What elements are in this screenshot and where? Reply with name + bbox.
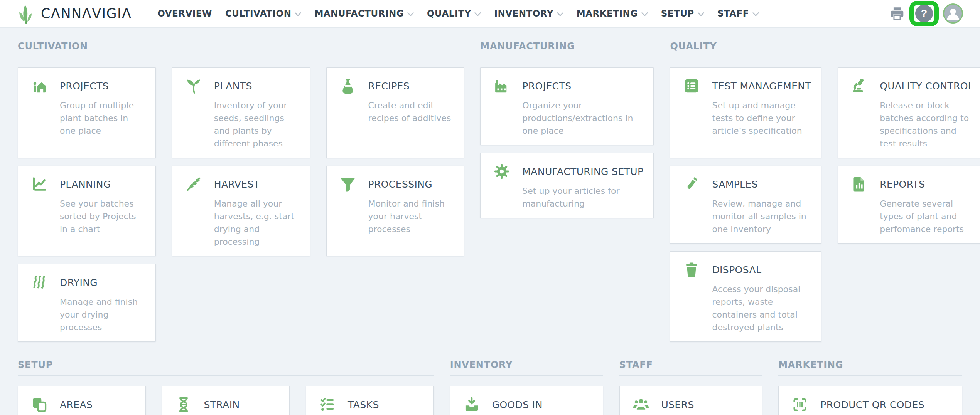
card-title: DISPOSAL bbox=[712, 264, 811, 276]
report-chart-icon bbox=[850, 175, 880, 193]
card-quality-samples[interactable]: SAMPLESReview, manage and monitor all sa… bbox=[670, 166, 821, 244]
seedling-icon bbox=[185, 77, 214, 95]
nav-item-label: MARKETING bbox=[577, 8, 638, 18]
chevron-down-icon bbox=[752, 11, 759, 17]
chevron-down-icon bbox=[557, 11, 563, 17]
account-button[interactable] bbox=[943, 3, 963, 24]
card-description: Organize your productions/extractions in… bbox=[522, 99, 643, 137]
card-cultivation-plants[interactable]: PLANTSInventory of your seeds, seedlings… bbox=[172, 67, 310, 158]
card-manufacturing-manufacturing-setup[interactable]: MANUFACTURING SETUPSet up your articles … bbox=[480, 153, 654, 218]
help-button[interactable]: ? bbox=[915, 5, 933, 22]
nav-item-staff[interactable]: STAFF bbox=[712, 5, 765, 22]
card-description: Group of multiple plant batches in one p… bbox=[60, 99, 145, 137]
nav-item-quality[interactable]: QUALITY bbox=[421, 5, 487, 22]
section-cultivation: CULTIVATIONPROJECTSGroup of multiple pla… bbox=[18, 41, 464, 342]
card-marketing-product-qr-codes[interactable]: PRODUCT QR CODESConfigure the informatio… bbox=[778, 386, 962, 415]
card-description: See your batches sorted by Projects in a… bbox=[60, 197, 145, 235]
card-description: Monitor and finish your harvest processe… bbox=[368, 197, 454, 235]
card-title: REPORTS bbox=[880, 179, 973, 190]
card-setup-tasks[interactable]: TASKSDefine and standardize your work pr… bbox=[306, 386, 434, 415]
card-title: RECIPES bbox=[368, 81, 454, 92]
card-description: Manage and finish your drying processes bbox=[60, 296, 145, 334]
nav-item-setup[interactable]: SETUP bbox=[655, 5, 710, 22]
card-title: PROJECTS bbox=[60, 81, 145, 92]
gear-icon bbox=[493, 163, 522, 180]
card-title: QUALITY CONTROL bbox=[880, 81, 973, 92]
card-quality-reports[interactable]: REPORTSGenerate several types of plant a… bbox=[838, 166, 980, 244]
card-title: HARVEST bbox=[214, 179, 300, 190]
dashboard: CULTIVATIONPROJECTSGroup of multiple pla… bbox=[0, 28, 980, 415]
card-description: Inventory of your seeds, seedlings and p… bbox=[214, 99, 300, 150]
funnel-icon bbox=[339, 175, 368, 193]
card-cultivation-recipes[interactable]: RECIPESCreate and edit recipes of additi… bbox=[326, 67, 464, 158]
card-description: Release or block batches according to sp… bbox=[880, 99, 973, 150]
dna-icon bbox=[175, 396, 204, 413]
section-title: MARKETING bbox=[778, 360, 962, 376]
card-setup-areas[interactable]: AREASCreate and manage your facility are… bbox=[18, 386, 146, 415]
chevron-down-icon bbox=[641, 11, 648, 17]
users-icon bbox=[632, 396, 661, 413]
task-list-icon bbox=[319, 396, 348, 413]
section-title: MANUFACTURING bbox=[480, 41, 654, 57]
card-manufacturing-projects[interactable]: PROJECTSOrganize your productions/extrac… bbox=[480, 67, 654, 145]
card-quality-test-management[interactable]: TEST MANAGEMENTSet up and manage tests t… bbox=[670, 67, 821, 158]
chevron-down-icon bbox=[474, 11, 481, 17]
card-title: AREAS bbox=[60, 399, 135, 410]
card-cultivation-planning[interactable]: PLANNINGSee your batches sorted by Proje… bbox=[18, 166, 156, 256]
card-description: Set up your articles for manufacturing bbox=[522, 185, 643, 210]
brand-logo[interactable]: CΛNNΛVIGIΛ bbox=[17, 3, 132, 24]
card-title: PLANNING bbox=[60, 179, 145, 190]
nav-item-label: QUALITY bbox=[427, 8, 471, 18]
card-setup-strain[interactable]: STRAINCreate and manage your strains tha… bbox=[162, 386, 290, 415]
nav-item-cultivation[interactable]: CULTIVATION bbox=[219, 5, 307, 22]
card-title: TEST MANAGEMENT bbox=[712, 81, 811, 92]
nav-item-label: MANUFACTURING bbox=[314, 8, 404, 18]
card-title: USERS bbox=[661, 399, 752, 410]
top-nav: CΛNNΛVIGIΛ OVERVIEWCULTIVATIONMANUFACTUR… bbox=[0, 0, 980, 28]
card-inventory-goods-in[interactable]: GOODS INRecord, label and monitor your i… bbox=[450, 386, 603, 415]
brand-name: CΛNNΛVIGIΛ bbox=[41, 6, 132, 21]
chevron-down-icon bbox=[295, 11, 301, 17]
band-1: CULTIVATIONPROJECTSGroup of multiple pla… bbox=[18, 41, 962, 342]
card-quality-disposal[interactable]: DISPOSALAccess your disposal reports, wa… bbox=[670, 251, 821, 342]
section-setup: SETUPAREASCreate and manage your facilit… bbox=[18, 360, 434, 415]
main-nav: OVERVIEWCULTIVATIONMANUFACTURINGQUALITYI… bbox=[152, 5, 765, 22]
card-cultivation-projects[interactable]: PROJECTSGroup of multiple plant batches … bbox=[18, 67, 156, 158]
section-title: CULTIVATION bbox=[18, 41, 464, 57]
chevron-down-icon bbox=[407, 11, 414, 17]
brand-leaf-icon bbox=[17, 3, 38, 24]
overlap-areas-icon bbox=[30, 396, 60, 413]
card-title: TASKS bbox=[348, 399, 423, 410]
section-marketing: MARKETINGPRODUCT QR CODESConfigure the i… bbox=[778, 360, 962, 415]
nav-item-inventory[interactable]: INVENTORY bbox=[488, 5, 569, 22]
nav-item-marketing[interactable]: MARKETING bbox=[571, 5, 654, 22]
card-cultivation-drying[interactable]: DRYINGManage and finish your drying proc… bbox=[18, 264, 156, 342]
card-description: Generate several types of plant and perf… bbox=[880, 197, 973, 235]
card-cultivation-harvest[interactable]: HARVESTManage all your harvests, e.g. st… bbox=[172, 166, 310, 256]
print-button[interactable] bbox=[889, 5, 905, 22]
section-title: STAFF bbox=[619, 360, 762, 376]
nav-item-overview[interactable]: OVERVIEW bbox=[152, 5, 218, 22]
card-staff-users[interactable]: USERSManage the amount and types of user… bbox=[619, 386, 762, 415]
card-cultivation-processing[interactable]: PROCESSINGMonitor and finish your harves… bbox=[326, 166, 464, 256]
card-quality-quality-control[interactable]: QUALITY CONTROLRelease or block batches … bbox=[838, 67, 980, 158]
band-2: SETUPAREASCreate and manage your facilit… bbox=[18, 360, 962, 415]
chevron-down-icon bbox=[698, 11, 704, 17]
nav-actions: ? bbox=[889, 3, 963, 24]
section-title: INVENTORY bbox=[450, 360, 603, 376]
card-title: DRYING bbox=[60, 277, 145, 288]
chart-line-icon bbox=[30, 175, 60, 193]
card-description: Manage all your harvests, e.g. start dry… bbox=[214, 197, 300, 248]
nav-item-manufacturing[interactable]: MANUFACTURING bbox=[309, 5, 420, 22]
nav-item-label: STAFF bbox=[717, 8, 749, 18]
card-title: GOODS IN bbox=[492, 399, 593, 410]
goods-in-icon bbox=[463, 396, 492, 413]
avatar-icon bbox=[943, 3, 963, 24]
greenhouse-icon bbox=[30, 77, 60, 95]
help-icon: ? bbox=[915, 5, 933, 22]
test-tube-icon bbox=[683, 175, 712, 193]
nav-item-label: OVERVIEW bbox=[157, 8, 212, 18]
section-manufacturing: MANUFACTURINGPROJECTSOrganize your produ… bbox=[480, 41, 654, 218]
nav-item-label: INVENTORY bbox=[494, 8, 553, 18]
wheat-icon bbox=[185, 175, 214, 193]
